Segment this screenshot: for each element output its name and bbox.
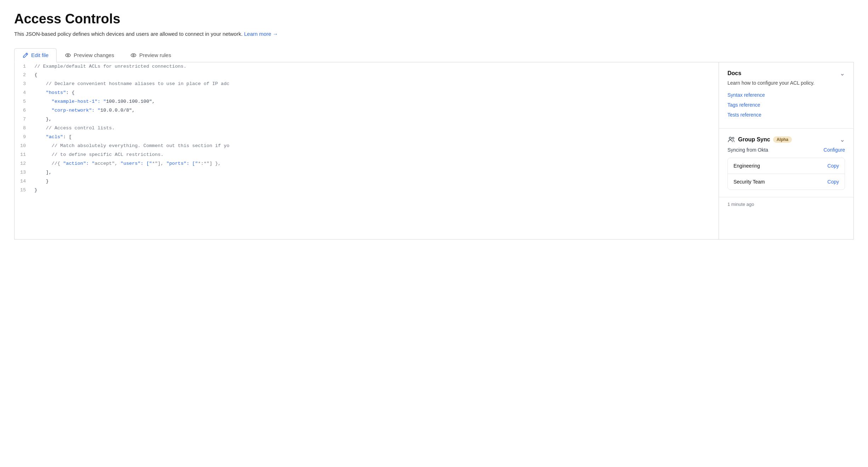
line-content[interactable]: // Access control lists. xyxy=(32,124,719,133)
svg-point-2 xyxy=(131,54,136,57)
line-content[interactable]: //{ "action": "accept", "users": ["*"], … xyxy=(32,159,719,168)
code-editor[interactable]: 1// Example/default ACLs for unrestricte… xyxy=(15,62,719,239)
learn-more-link[interactable]: Learn more → xyxy=(244,31,278,37)
table-row: 10 // Match absolutely everything. Comme… xyxy=(15,142,719,151)
table-row: 15} xyxy=(15,186,719,195)
svg-point-4 xyxy=(729,137,731,139)
table-row: 8 // Access control lists. xyxy=(15,124,719,133)
line-content[interactable]: // Example/default ACLs for unrestricted… xyxy=(32,62,719,71)
table-row: 2{ xyxy=(15,71,719,80)
page-subtitle: This JSON-based policy defines which dev… xyxy=(14,30,854,38)
line-content[interactable]: { xyxy=(32,71,719,80)
groups-table: Engineering Copy Security Team Copy xyxy=(727,158,845,190)
line-number: 9 xyxy=(15,133,32,142)
code-table: 1// Example/default ACLs for unrestricte… xyxy=(15,62,719,195)
docs-chevron-icon[interactable]: ⌄ xyxy=(840,69,845,77)
svg-point-3 xyxy=(133,55,134,56)
tab-edit-file-label: Edit file xyxy=(31,52,48,58)
eye-icon-changes xyxy=(65,52,71,58)
line-number: 7 xyxy=(15,115,32,124)
svg-point-1 xyxy=(67,55,69,56)
tab-preview-rules-label: Preview rules xyxy=(139,52,171,58)
table-row: 6 "corp-network": "10.0.0.0/8", xyxy=(15,106,719,115)
line-content[interactable]: // Declare convenient hostname aliases t… xyxy=(32,80,719,89)
line-number: 4 xyxy=(15,89,32,97)
tab-preview-rules[interactable]: Preview rules xyxy=(122,48,179,62)
tabs-bar: Edit file Preview changes Preview rules xyxy=(14,48,854,62)
alpha-badge: Alpha xyxy=(773,136,792,143)
line-content[interactable]: "acls": [ xyxy=(32,133,719,142)
group-name-engineering: Engineering xyxy=(733,163,760,169)
line-content[interactable]: } xyxy=(32,177,719,186)
configure-link[interactable]: Configure xyxy=(823,147,845,153)
group-row-engineering: Engineering Copy xyxy=(728,158,845,174)
line-content[interactable]: // Match absolutely everything. Comment … xyxy=(32,142,719,151)
page-title: Access Controls xyxy=(14,11,854,27)
line-content[interactable]: }, xyxy=(32,115,719,124)
line-number: 15 xyxy=(15,186,32,195)
group-sync-section: Group Sync Alpha ⌄ Syncing from Okta Con… xyxy=(719,129,853,197)
table-row: 7 }, xyxy=(15,115,719,124)
main-layout: 1// Example/default ACLs for unrestricte… xyxy=(14,62,854,240)
syncing-text: Syncing from Okta xyxy=(727,147,768,153)
syncing-row: Syncing from Okta Configure xyxy=(727,147,845,153)
group-sync-icon xyxy=(727,136,735,144)
group-sync-title: Group Sync xyxy=(738,136,770,143)
line-content[interactable]: } xyxy=(32,186,719,195)
line-number: 1 xyxy=(15,62,32,71)
svg-point-0 xyxy=(65,54,70,57)
group-row-security-team: Security Team Copy xyxy=(728,174,845,190)
line-number: 14 xyxy=(15,177,32,186)
docs-header: Docs ⌄ xyxy=(727,69,845,77)
table-row: 12 //{ "action": "accept", "users": ["*"… xyxy=(15,159,719,168)
line-content[interactable]: // to define specific ACL restrictions. xyxy=(32,151,719,159)
line-content[interactable]: ], xyxy=(32,168,719,177)
svg-point-5 xyxy=(732,137,734,139)
edit-icon xyxy=(22,52,29,58)
line-content[interactable]: "hosts": { xyxy=(32,89,719,97)
table-row: 5 "example-host-1": "100.100.100.100", xyxy=(15,97,719,106)
tests-reference-link[interactable]: Tests reference xyxy=(727,111,845,119)
copy-security-team-link[interactable]: Copy xyxy=(827,179,839,185)
line-content[interactable]: "corp-network": "10.0.0.0/8", xyxy=(32,106,719,115)
line-number: 8 xyxy=(15,124,32,133)
docs-title: Docs xyxy=(727,70,741,77)
docs-section: Docs ⌄ Learn how to configure your ACL p… xyxy=(719,62,853,129)
docs-description: Learn how to configure your ACL policy. xyxy=(727,79,845,87)
table-row: 3 // Declare convenient hostname aliases… xyxy=(15,80,719,89)
table-row: 9 "acls": [ xyxy=(15,133,719,142)
tab-preview-changes[interactable]: Preview changes xyxy=(57,48,122,62)
syntax-reference-link[interactable]: Syntax reference xyxy=(727,91,845,99)
sidebar: Docs ⌄ Learn how to configure your ACL p… xyxy=(719,62,853,239)
line-number: 6 xyxy=(15,106,32,115)
group-sync-header: Group Sync Alpha ⌄ xyxy=(727,136,845,144)
timestamp: 1 minute ago xyxy=(719,197,853,207)
tab-preview-changes-label: Preview changes xyxy=(74,52,114,58)
table-row: 14 } xyxy=(15,177,719,186)
line-content[interactable]: "example-host-1": "100.100.100.100", xyxy=(32,97,719,106)
tags-reference-link[interactable]: Tags reference xyxy=(727,101,845,109)
line-number: 11 xyxy=(15,151,32,159)
table-row: 4 "hosts": { xyxy=(15,89,719,97)
line-number: 2 xyxy=(15,71,32,80)
line-number: 5 xyxy=(15,97,32,106)
group-name-security-team: Security Team xyxy=(733,179,765,185)
group-sync-chevron-icon[interactable]: ⌄ xyxy=(840,136,845,144)
line-number: 10 xyxy=(15,142,32,151)
table-row: 11 // to define specific ACL restriction… xyxy=(15,151,719,159)
group-sync-left: Group Sync Alpha xyxy=(727,136,792,144)
line-number: 13 xyxy=(15,168,32,177)
table-row: 1// Example/default ACLs for unrestricte… xyxy=(15,62,719,71)
copy-engineering-link[interactable]: Copy xyxy=(827,163,839,169)
table-row: 13 ], xyxy=(15,168,719,177)
tab-edit-file[interactable]: Edit file xyxy=(14,48,57,62)
line-number: 12 xyxy=(15,159,32,168)
line-number: 3 xyxy=(15,80,32,89)
eye-icon-rules xyxy=(130,52,137,58)
